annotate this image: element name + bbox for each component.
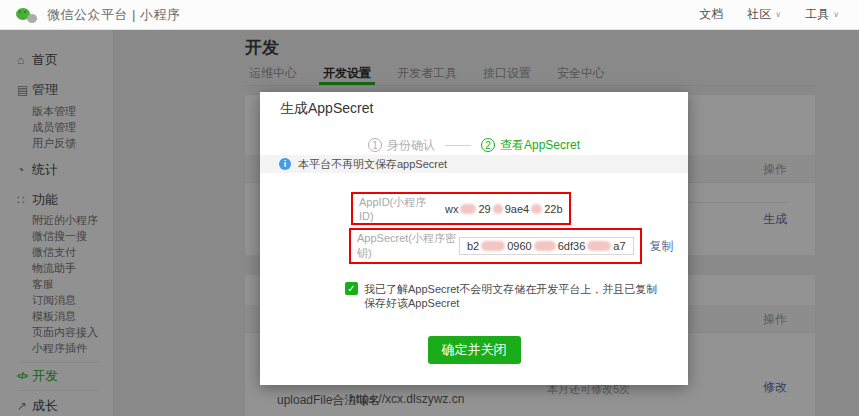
nav-docs-label: 文档 xyxy=(699,6,723,23)
info-banner: i 本平台不再明文保存appSecret xyxy=(260,155,688,173)
redaction-blur xyxy=(587,241,611,251)
step-connector-line xyxy=(445,145,471,146)
agreement-checkbox[interactable]: ✓ xyxy=(345,282,358,295)
platform-title: 微信公众平台 | 小程序 xyxy=(47,6,181,24)
agreement-label: 我已了解AppSecret不会明文存储在开发平台上，并且已复制保存好该AppSe… xyxy=(364,282,664,310)
chevron-down-icon: ∨ xyxy=(775,10,781,19)
appsecret-row-red-annotation: AppSecret(小程序密钥) b209606df36a7 xyxy=(349,228,642,264)
redaction-blur xyxy=(481,241,505,251)
page-body: ⌂ 首页 ▤ 管理 版本管理 成员管理 用户反馈 ◔ 统计 ∷ 功能 附近的小程… xyxy=(0,30,859,416)
step-2-label: 查看AppSecret xyxy=(500,137,580,154)
appsecret-segment: b2 xyxy=(467,240,479,252)
nav-community[interactable]: 社区∨ xyxy=(747,6,781,23)
generate-appsecret-modal: 生成AppSecret 1 身份确认 2 查看AppSecret i 本平台不再… xyxy=(260,92,688,385)
appid-segment: wx xyxy=(445,203,458,215)
step-indicator: 1 身份确认 2 查看AppSecret xyxy=(260,137,688,153)
redaction-blur xyxy=(534,241,556,251)
copy-link[interactable]: 复制 xyxy=(650,238,674,255)
redaction-blur xyxy=(531,204,542,214)
step-identity-confirm: 1 身份确认 xyxy=(368,137,435,154)
appsecret-segment: 6df36 xyxy=(558,240,586,252)
nav-docs[interactable]: 文档 xyxy=(699,6,723,23)
top-nav: 文档 社区∨ 工具∨ xyxy=(699,6,839,23)
appid-value: wx299ae422b xyxy=(445,203,563,215)
nav-tools-label: 工具 xyxy=(805,6,829,23)
modal-title: 生成AppSecret xyxy=(260,92,688,118)
appid-segment: 22b xyxy=(544,203,562,215)
chevron-down-icon: ∨ xyxy=(833,10,839,19)
top-header-bar: 微信公众平台 | 小程序 文档 社区∨ 工具∨ xyxy=(0,0,859,30)
step-1-label: 身份确认 xyxy=(387,137,435,154)
wechat-logo-icon xyxy=(16,6,40,24)
redaction-blur xyxy=(460,204,476,214)
step-2-circle-icon: 2 xyxy=(481,138,495,152)
info-icon: i xyxy=(279,158,291,170)
appid-row-red-annotation: AppID(小程序ID) wx299ae422b xyxy=(351,192,571,225)
credential-fields: AppID(小程序ID) wx299ae422b AppSecret(小程序密钥… xyxy=(260,192,688,310)
appid-label: AppID(小程序ID) xyxy=(359,195,437,222)
appsecret-label: AppSecret(小程序密钥) xyxy=(357,231,459,261)
appsecret-value-box: b209606df36a7 xyxy=(459,237,634,255)
step-1-circle-icon: 1 xyxy=(368,138,382,152)
redaction-blur xyxy=(493,204,503,214)
appid-segment: 9ae4 xyxy=(505,203,529,215)
confirm-close-button[interactable]: 确定并关闭 xyxy=(428,336,521,364)
nav-community-label: 社区 xyxy=(747,6,771,23)
nav-tools[interactable]: 工具∨ xyxy=(805,6,839,23)
appsecret-segment: 0960 xyxy=(507,240,531,252)
appid-segment: 29 xyxy=(478,203,490,215)
info-banner-text: 本平台不再明文保存appSecret xyxy=(298,157,447,172)
modal-footer: 确定并关闭 xyxy=(260,336,688,364)
step-view-appsecret: 2 查看AppSecret xyxy=(481,137,580,154)
agreement-row: ✓ 我已了解AppSecret不会明文存储在开发平台上，并且已复制保存好该App… xyxy=(345,282,688,310)
appsecret-segment: a7 xyxy=(613,240,625,252)
